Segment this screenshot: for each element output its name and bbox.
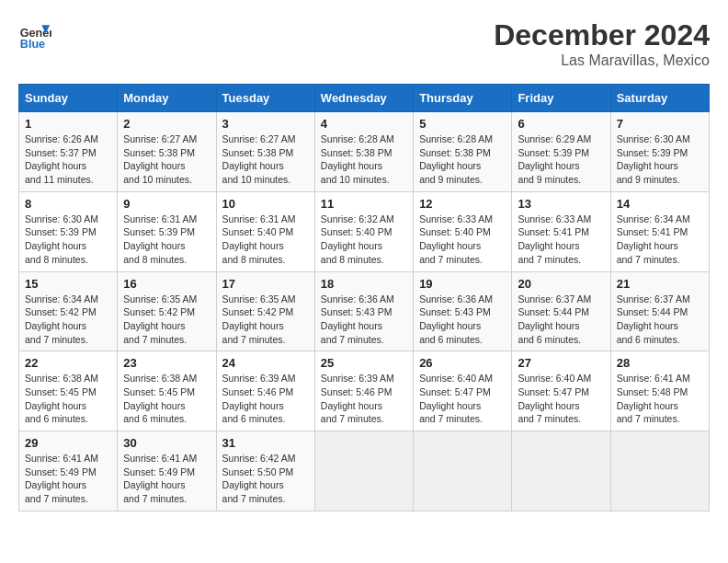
day-info: Sunrise: 6:41 AM Sunset: 5:49 PM Dayligh… <box>123 452 210 506</box>
day-of-week-sunday: Sunday <box>19 85 118 112</box>
calendar-cell: 28 Sunrise: 6:41 AM Sunset: 5:48 PM Dayl… <box>610 351 709 431</box>
day-number: 6 <box>518 117 604 131</box>
main-title: December 2024 <box>494 18 710 52</box>
day-info: Sunrise: 6:36 AM Sunset: 5:43 PM Dayligh… <box>321 293 407 347</box>
calendar-week-2: 8 Sunrise: 6:30 AM Sunset: 5:39 PM Dayli… <box>19 191 710 271</box>
calendar-cell: 21 Sunrise: 6:37 AM Sunset: 5:44 PM Dayl… <box>610 271 709 351</box>
day-number: 17 <box>222 277 309 291</box>
day-number: 4 <box>321 117 407 131</box>
day-number: 18 <box>321 277 407 291</box>
day-of-week-tuesday: Tuesday <box>216 85 314 112</box>
subtitle: Las Maravillas, Mexico <box>494 52 710 69</box>
day-of-week-wednesday: Wednesday <box>314 85 413 112</box>
day-number: 15 <box>25 277 111 291</box>
calendar-cell: 9 Sunrise: 6:31 AM Sunset: 5:39 PM Dayli… <box>118 191 216 271</box>
calendar-week-1: 1 Sunrise: 6:26 AM Sunset: 5:37 PM Dayli… <box>19 112 710 192</box>
calendar-cell: 2 Sunrise: 6:27 AM Sunset: 5:38 PM Dayli… <box>118 112 216 192</box>
calendar-cell: 20 Sunrise: 6:37 AM Sunset: 5:44 PM Dayl… <box>512 271 610 351</box>
calendar-cell: 24 Sunrise: 6:39 AM Sunset: 5:46 PM Dayl… <box>216 351 314 431</box>
day-number: 29 <box>25 436 111 450</box>
logo: General Blue <box>18 18 51 52</box>
calendar-table: SundayMondayTuesdayWednesdayThursdayFrid… <box>18 84 710 511</box>
day-info: Sunrise: 6:27 AM Sunset: 5:38 PM Dayligh… <box>123 132 210 187</box>
day-info: Sunrise: 6:39 AM Sunset: 5:46 PM Dayligh… <box>222 372 309 426</box>
day-info: Sunrise: 6:30 AM Sunset: 5:39 PM Dayligh… <box>617 132 703 187</box>
calendar-cell: 16 Sunrise: 6:35 AM Sunset: 5:42 PM Dayl… <box>118 271 216 351</box>
calendar-week-5: 29 Sunrise: 6:41 AM Sunset: 5:49 PM Dayl… <box>19 431 710 511</box>
day-info: Sunrise: 6:38 AM Sunset: 5:45 PM Dayligh… <box>123 372 210 426</box>
day-number: 20 <box>518 277 604 291</box>
calendar-week-3: 15 Sunrise: 6:34 AM Sunset: 5:42 PM Dayl… <box>19 271 710 351</box>
day-number: 24 <box>222 356 309 370</box>
day-number: 26 <box>419 356 506 370</box>
calendar-cell: 10 Sunrise: 6:31 AM Sunset: 5:40 PM Dayl… <box>216 191 314 271</box>
day-info: Sunrise: 6:29 AM Sunset: 5:39 PM Dayligh… <box>518 132 604 187</box>
day-info: Sunrise: 6:37 AM Sunset: 5:44 PM Dayligh… <box>518 293 604 347</box>
day-number: 1 <box>25 117 111 131</box>
calendar-week-4: 22 Sunrise: 6:38 AM Sunset: 5:45 PM Dayl… <box>19 351 710 431</box>
calendar-cell: 26 Sunrise: 6:40 AM Sunset: 5:47 PM Dayl… <box>414 351 512 431</box>
day-number: 14 <box>617 197 703 211</box>
calendar-cell: 27 Sunrise: 6:40 AM Sunset: 5:47 PM Dayl… <box>512 351 610 431</box>
calendar-cell: 7 Sunrise: 6:30 AM Sunset: 5:39 PM Dayli… <box>610 112 709 192</box>
calendar-cell: 19 Sunrise: 6:36 AM Sunset: 5:43 PM Dayl… <box>414 271 512 351</box>
day-info: Sunrise: 6:28 AM Sunset: 5:38 PM Dayligh… <box>419 132 506 187</box>
calendar-cell <box>512 431 610 511</box>
day-of-week-friday: Friday <box>512 85 610 112</box>
calendar-cell: 29 Sunrise: 6:41 AM Sunset: 5:49 PM Dayl… <box>19 431 118 511</box>
calendar-cell: 13 Sunrise: 6:33 AM Sunset: 5:41 PM Dayl… <box>512 191 610 271</box>
calendar-cell <box>610 431 709 511</box>
day-info: Sunrise: 6:35 AM Sunset: 5:42 PM Dayligh… <box>123 293 210 347</box>
day-number: 2 <box>123 117 210 131</box>
day-info: Sunrise: 6:39 AM Sunset: 5:46 PM Dayligh… <box>321 372 407 426</box>
day-number: 25 <box>321 356 407 370</box>
day-info: Sunrise: 6:40 AM Sunset: 5:47 PM Dayligh… <box>518 372 604 426</box>
day-number: 5 <box>419 117 506 131</box>
day-number: 11 <box>321 197 407 211</box>
day-number: 19 <box>419 277 506 291</box>
day-info: Sunrise: 6:34 AM Sunset: 5:41 PM Dayligh… <box>617 213 703 267</box>
day-info: Sunrise: 6:28 AM Sunset: 5:38 PM Dayligh… <box>321 132 407 187</box>
day-info: Sunrise: 6:26 AM Sunset: 5:37 PM Dayligh… <box>25 132 111 187</box>
svg-text:Blue: Blue <box>20 38 45 51</box>
calendar-cell: 25 Sunrise: 6:39 AM Sunset: 5:46 PM Dayl… <box>314 351 413 431</box>
day-info: Sunrise: 6:31 AM Sunset: 5:40 PM Dayligh… <box>222 213 309 267</box>
calendar-cell: 3 Sunrise: 6:27 AM Sunset: 5:38 PM Dayli… <box>216 112 314 192</box>
calendar-cell <box>314 431 413 511</box>
calendar-cell: 30 Sunrise: 6:41 AM Sunset: 5:49 PM Dayl… <box>118 431 216 511</box>
day-info: Sunrise: 6:36 AM Sunset: 5:43 PM Dayligh… <box>419 293 506 347</box>
logo-icon: General Blue <box>18 18 51 52</box>
day-number: 13 <box>518 197 604 211</box>
day-of-week-thursday: Thursday <box>414 85 512 112</box>
calendar-cell: 5 Sunrise: 6:28 AM Sunset: 5:38 PM Dayli… <box>414 112 512 192</box>
calendar-cell <box>414 431 512 511</box>
day-info: Sunrise: 6:41 AM Sunset: 5:48 PM Dayligh… <box>617 372 703 426</box>
calendar-cell: 18 Sunrise: 6:36 AM Sunset: 5:43 PM Dayl… <box>314 271 413 351</box>
day-number: 23 <box>123 356 210 370</box>
day-info: Sunrise: 6:40 AM Sunset: 5:47 PM Dayligh… <box>419 372 506 426</box>
calendar-cell: 12 Sunrise: 6:33 AM Sunset: 5:40 PM Dayl… <box>414 191 512 271</box>
page-header: General Blue December 2024 Las Maravilla… <box>18 18 710 69</box>
calendar-cell: 4 Sunrise: 6:28 AM Sunset: 5:38 PM Dayli… <box>314 112 413 192</box>
day-number: 10 <box>222 197 309 211</box>
calendar-cell: 23 Sunrise: 6:38 AM Sunset: 5:45 PM Dayl… <box>118 351 216 431</box>
day-number: 30 <box>123 436 210 450</box>
calendar-cell: 6 Sunrise: 6:29 AM Sunset: 5:39 PM Dayli… <box>512 112 610 192</box>
day-info: Sunrise: 6:33 AM Sunset: 5:40 PM Dayligh… <box>419 213 506 267</box>
day-info: Sunrise: 6:38 AM Sunset: 5:45 PM Dayligh… <box>25 372 111 426</box>
day-info: Sunrise: 6:41 AM Sunset: 5:49 PM Dayligh… <box>25 452 111 506</box>
day-info: Sunrise: 6:35 AM Sunset: 5:42 PM Dayligh… <box>222 293 309 347</box>
day-info: Sunrise: 6:27 AM Sunset: 5:38 PM Dayligh… <box>222 132 309 187</box>
day-info: Sunrise: 6:33 AM Sunset: 5:41 PM Dayligh… <box>518 213 604 267</box>
calendar-cell: 8 Sunrise: 6:30 AM Sunset: 5:39 PM Dayli… <box>19 191 118 271</box>
day-info: Sunrise: 6:34 AM Sunset: 5:42 PM Dayligh… <box>25 293 111 347</box>
day-info: Sunrise: 6:37 AM Sunset: 5:44 PM Dayligh… <box>617 293 703 347</box>
day-number: 31 <box>222 436 309 450</box>
calendar-cell: 17 Sunrise: 6:35 AM Sunset: 5:42 PM Dayl… <box>216 271 314 351</box>
calendar-cell: 22 Sunrise: 6:38 AM Sunset: 5:45 PM Dayl… <box>19 351 118 431</box>
day-info: Sunrise: 6:30 AM Sunset: 5:39 PM Dayligh… <box>25 213 111 267</box>
day-number: 27 <box>518 356 604 370</box>
day-number: 22 <box>25 356 111 370</box>
day-number: 3 <box>222 117 309 131</box>
day-info: Sunrise: 6:32 AM Sunset: 5:40 PM Dayligh… <box>321 213 407 267</box>
